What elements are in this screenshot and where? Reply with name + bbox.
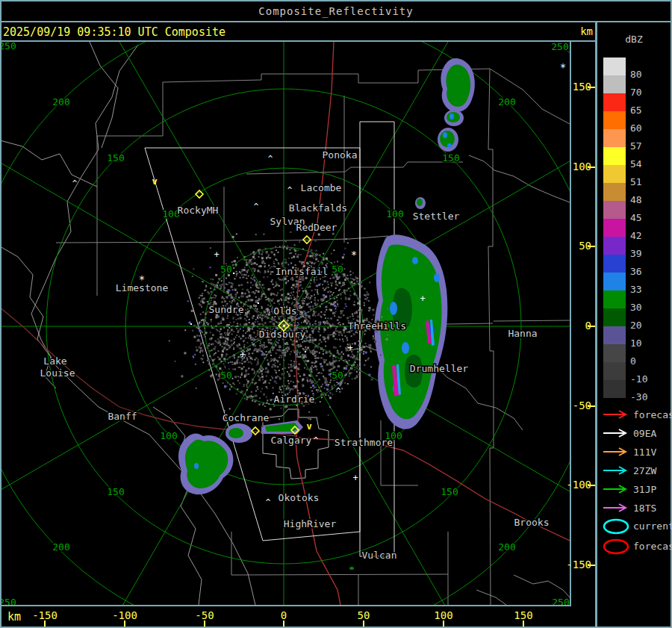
county-boundary bbox=[488, 69, 494, 605]
clutter-pixel bbox=[276, 282, 277, 283]
scale-label-60: 60 bbox=[630, 122, 660, 134]
range-ring-label: 150 bbox=[107, 486, 124, 497]
clutter-pixel bbox=[365, 360, 367, 361]
clutter-pixel bbox=[345, 293, 346, 295]
clutter-pixel bbox=[342, 256, 344, 258]
clutter-pixel bbox=[248, 373, 249, 375]
clutter-pixel bbox=[276, 349, 278, 351]
clutter-pixel bbox=[229, 331, 231, 332]
clutter-pixel bbox=[232, 382, 234, 384]
clutter-pixel bbox=[318, 357, 320, 358]
clutter-pixel bbox=[254, 280, 255, 282]
clutter-pixel bbox=[253, 277, 255, 279]
clutter-pixel bbox=[226, 338, 228, 340]
clutter-pixel bbox=[332, 294, 333, 296]
clutter-pixel bbox=[246, 261, 247, 263]
clutter-pixel bbox=[314, 327, 317, 329]
clutter-pixel bbox=[272, 279, 273, 281]
clutter-pixel bbox=[342, 338, 343, 340]
clutter-pixel bbox=[335, 284, 337, 285]
clutter-pixel bbox=[253, 370, 255, 371]
clutter-pixel bbox=[309, 334, 311, 336]
clutter-pixel bbox=[281, 299, 282, 301]
clutter-pixel bbox=[336, 296, 337, 298]
clutter-pixel bbox=[251, 363, 252, 364]
clutter-pixel bbox=[271, 308, 273, 310]
clutter-pixel bbox=[332, 394, 333, 395]
right-axis-tick-label: -50 bbox=[561, 400, 591, 411]
clutter-pixel bbox=[211, 327, 213, 329]
clutter-pixel bbox=[352, 278, 353, 279]
clutter-pixel bbox=[223, 358, 225, 360]
clutter-pixel bbox=[211, 279, 212, 280]
clutter-pixel bbox=[246, 316, 248, 317]
clutter-pixel bbox=[321, 341, 323, 343]
bottom-axis-tick bbox=[363, 621, 364, 627]
clutter-pixel bbox=[252, 279, 254, 280]
clutter-pixel bbox=[252, 358, 253, 360]
radar-map-area[interactable]: 5050505010010010010015015015015020020020… bbox=[1, 42, 570, 605]
clutter-pixel bbox=[326, 364, 329, 366]
scale-swatch-33 bbox=[603, 273, 626, 290]
clutter-pixel bbox=[202, 361, 204, 363]
caret-marker: ^ bbox=[266, 497, 271, 507]
clutter-pixel bbox=[233, 347, 234, 349]
clutter-pixel bbox=[337, 303, 338, 305]
clutter-pixel bbox=[323, 349, 324, 351]
clutter-pixel bbox=[255, 310, 257, 312]
clutter-pixel bbox=[243, 330, 244, 332]
caret-marker: ^ bbox=[287, 185, 293, 195]
scale-label-54: 54 bbox=[630, 158, 660, 170]
clutter-pixel bbox=[349, 271, 351, 273]
clutter-pixel bbox=[263, 348, 264, 349]
city-label-didsbury: Didsbury bbox=[259, 329, 306, 340]
clutter-pixel bbox=[243, 384, 245, 385]
county-boundary bbox=[231, 532, 448, 605]
clutter-pixel bbox=[210, 267, 211, 268]
clutter-pixel bbox=[360, 318, 361, 320]
clutter-pixel bbox=[214, 289, 216, 290]
clutter-pixel bbox=[275, 344, 277, 346]
clutter-pixel bbox=[217, 330, 218, 332]
clutter-pixel bbox=[332, 334, 334, 335]
clutter-pixel bbox=[320, 335, 321, 336]
clutter-pixel bbox=[194, 354, 196, 355]
scale-swatch-65 bbox=[603, 93, 626, 111]
clutter-pixel bbox=[250, 338, 252, 339]
clutter-pixel bbox=[251, 259, 252, 261]
clutter-pixel bbox=[261, 306, 262, 308]
clutter-pixel bbox=[316, 375, 317, 376]
clutter-pixel bbox=[227, 334, 229, 336]
clutter-pixel bbox=[355, 361, 356, 363]
clutter-pixel bbox=[264, 346, 266, 348]
clutter-pixel bbox=[370, 351, 372, 352]
27ZW-arrow-icon bbox=[602, 465, 630, 476]
clutter-pixel bbox=[249, 335, 252, 337]
clutter-pixel bbox=[299, 314, 301, 315]
clutter-pixel bbox=[276, 294, 278, 296]
clutter-pixel bbox=[310, 376, 311, 377]
clutter-pixel bbox=[199, 297, 200, 299]
clutter-pixel bbox=[284, 259, 285, 261]
clutter-pixel bbox=[330, 325, 332, 327]
clutter-pixel bbox=[314, 323, 316, 324]
scale-swatch-39 bbox=[603, 237, 626, 255]
clutter-pixel bbox=[268, 300, 270, 302]
clutter-pixel bbox=[210, 287, 211, 289]
clutter-pixel bbox=[341, 355, 343, 357]
clutter-pixel bbox=[345, 298, 347, 300]
clutter-pixel bbox=[261, 323, 263, 325]
clutter-pixel bbox=[227, 349, 228, 350]
clutter-pixel bbox=[199, 322, 200, 323]
clutter-pixel bbox=[277, 252, 279, 253]
radar-map-svg[interactable]: 5050505010010010010015015015015020020020… bbox=[1, 42, 570, 605]
clutter-pixel bbox=[356, 371, 358, 373]
clutter-pixel bbox=[261, 373, 263, 375]
clutter-pixel bbox=[243, 296, 244, 297]
clutter-pixel bbox=[342, 282, 344, 284]
clutter-pixel bbox=[317, 346, 319, 348]
clutter-pixel bbox=[349, 360, 350, 361]
clutter-pixel bbox=[317, 289, 318, 290]
clutter-pixel bbox=[248, 337, 249, 338]
clutter-pixel bbox=[305, 346, 306, 348]
